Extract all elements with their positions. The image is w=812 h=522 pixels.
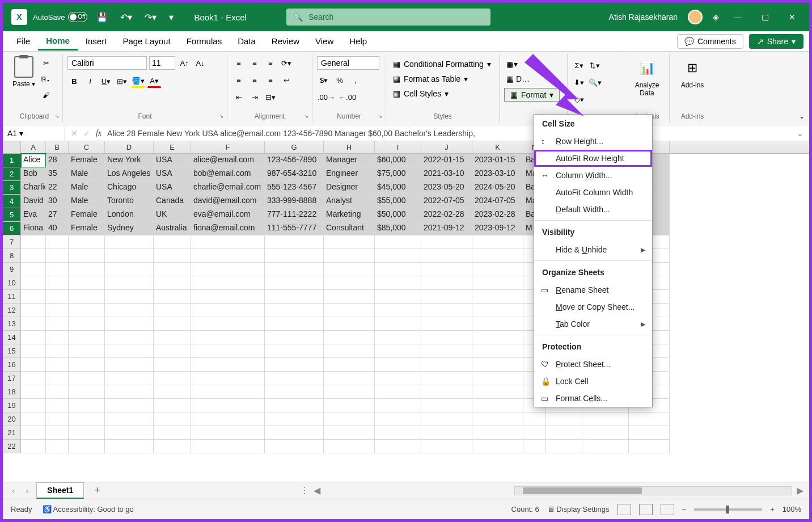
dd-row-height[interactable]: ↕Row Height... — [534, 133, 652, 150]
cell[interactable] — [154, 317, 191, 331]
avatar[interactable] — [688, 10, 703, 24]
cell[interactable] — [523, 412, 546, 426]
align-left-icon[interactable]: ≡ — [232, 73, 246, 87]
cell[interactable] — [629, 426, 670, 440]
row-header[interactable]: 15 — [3, 344, 21, 358]
redo-icon[interactable]: ↷▾ — [141, 10, 160, 25]
close-button[interactable]: ✕ — [784, 12, 801, 22]
cell[interactable] — [375, 426, 421, 440]
minimize-button[interactable]: — — [729, 12, 746, 22]
dd-lock-cell[interactable]: 🔒Lock Cell — [534, 373, 652, 390]
tab-formulas[interactable]: Formulas — [179, 33, 230, 49]
cell[interactable] — [21, 358, 46, 372]
row-header[interactable]: 6 — [3, 222, 21, 235]
cell[interactable] — [21, 290, 46, 304]
row-header[interactable]: 5 — [3, 208, 21, 222]
dd-default-width[interactable]: Default Width... — [534, 201, 652, 218]
decrease-decimal-icon[interactable]: ←.00 — [338, 90, 357, 104]
cell[interactable] — [324, 276, 375, 290]
cell[interactable]: Manager — [324, 154, 375, 167]
column-header[interactable]: G — [265, 141, 324, 153]
cell[interactable] — [421, 426, 472, 440]
cell[interactable] — [324, 304, 375, 317]
cell[interactable] — [46, 235, 69, 249]
cell[interactable]: Marketing — [324, 208, 375, 222]
zoom-slider[interactable] — [694, 508, 762, 511]
tab-home[interactable]: Home — [38, 32, 78, 50]
find-icon[interactable]: 🔍▾ — [588, 75, 602, 89]
cell[interactable] — [21, 304, 46, 317]
name-box[interactable]: A1 ▾ — [3, 127, 65, 140]
cell[interactable] — [46, 372, 69, 385]
wrap-text-icon[interactable]: ↩ — [280, 73, 293, 87]
cell[interactable] — [21, 317, 46, 331]
cell[interactable] — [46, 426, 69, 440]
cell[interactable] — [154, 235, 191, 249]
cell[interactable] — [105, 440, 154, 453]
fill-icon[interactable]: ⬇▾ — [572, 75, 586, 89]
cell[interactable] — [69, 358, 105, 372]
cell[interactable] — [265, 344, 324, 358]
cell[interactable]: charlie@email.com — [191, 181, 265, 195]
cell[interactable] — [421, 358, 472, 372]
cell[interactable] — [265, 304, 324, 317]
cell[interactable] — [265, 331, 324, 344]
cell[interactable] — [375, 440, 421, 453]
cell[interactable] — [69, 331, 105, 344]
cell[interactable] — [191, 344, 265, 358]
cell[interactable] — [105, 331, 154, 344]
cell[interactable] — [105, 317, 154, 331]
column-header[interactable]: K — [472, 141, 523, 153]
row-header[interactable]: 20 — [3, 412, 21, 426]
cell[interactable] — [154, 304, 191, 317]
cell[interactable] — [154, 276, 191, 290]
decrease-font-icon[interactable]: A↓ — [193, 56, 207, 70]
column-header[interactable]: D — [105, 141, 154, 153]
align-right-icon[interactable]: ≡ — [264, 73, 277, 87]
row-header[interactable]: 10 — [3, 276, 21, 290]
column-header[interactable]: C — [69, 141, 105, 153]
row-header[interactable]: 22 — [3, 440, 21, 453]
cell[interactable]: 123-456-7890 — [265, 154, 324, 167]
view-page-break-icon[interactable] — [661, 504, 674, 515]
row-header[interactable]: 12 — [3, 304, 21, 317]
copy-icon[interactable]: ⎘▾ — [39, 72, 53, 86]
cell[interactable]: 987-654-3210 — [265, 167, 324, 181]
cell[interactable] — [324, 249, 375, 263]
row-header[interactable]: 16 — [3, 358, 21, 372]
cell[interactable]: 111-555-7777 — [265, 222, 324, 235]
cell[interactable] — [21, 372, 46, 385]
cell[interactable] — [191, 440, 265, 453]
cell[interactable] — [472, 440, 523, 453]
cell[interactable] — [21, 331, 46, 344]
cell[interactable]: 22 — [46, 181, 69, 195]
cell[interactable] — [421, 385, 472, 399]
cell[interactable]: Alice — [21, 154, 46, 167]
cell[interactable] — [105, 290, 154, 304]
cell[interactable]: 2024-05-20 — [472, 181, 523, 195]
cell[interactable]: 30 — [46, 195, 69, 208]
borders-icon[interactable]: ⊞▾ — [115, 74, 129, 88]
percent-icon[interactable]: % — [333, 73, 346, 87]
dd-autofit-column-width[interactable]: AutoFit Column Width — [534, 184, 652, 201]
cell[interactable] — [69, 344, 105, 358]
cell[interactable] — [421, 290, 472, 304]
row-header[interactable]: 1 — [3, 154, 21, 167]
cut-icon[interactable]: ✂ — [39, 56, 53, 70]
cell[interactable] — [105, 249, 154, 263]
cell[interactable] — [265, 249, 324, 263]
cell[interactable] — [421, 412, 472, 426]
cell[interactable] — [46, 276, 69, 290]
tab-data[interactable]: Data — [230, 33, 264, 49]
format-button[interactable]: ▦ Format ▾ — [504, 88, 560, 102]
cell[interactable] — [324, 412, 375, 426]
enter-formula-icon[interactable]: ✓ — [83, 129, 90, 138]
cell[interactable] — [375, 304, 421, 317]
cell[interactable]: $45,000 — [375, 181, 421, 195]
cell[interactable]: Fiona — [21, 222, 46, 235]
cell[interactable] — [46, 317, 69, 331]
cell[interactable] — [421, 235, 472, 249]
cell[interactable] — [154, 412, 191, 426]
zoom-level[interactable]: 100% — [783, 505, 801, 513]
cell[interactable]: Canada — [154, 195, 191, 208]
